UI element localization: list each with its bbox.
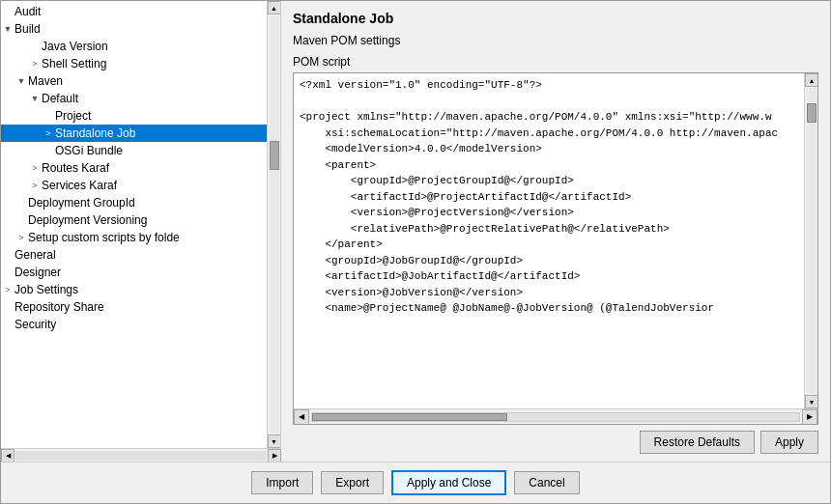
scroll-thumb[interactable] [270,141,279,170]
tree-item-services-karaf[interactable]: > Services Karaf [1,177,267,194]
tree-item-shell-setting[interactable]: > Shell Setting [1,55,267,72]
code-hscroll-right[interactable]: ▶ [802,409,817,425]
code-vscroll-track [807,88,817,394]
code-hscroll-left[interactable]: ◀ [294,409,309,425]
preferences-dialog: Audit ▼ Build Java Version > Shell Setti… [0,0,831,504]
scroll-up-btn[interactable]: ▲ [268,1,281,14]
left-hscrollbar[interactable]: ◀ ▶ [1,448,281,462]
panel-title: Standalone Job [293,11,818,26]
pom-script-label: POM script [293,55,818,69]
code-scroll-down[interactable]: ▼ [805,395,817,408]
left-hscroll-track [15,451,267,461]
tree-item-osgi-bundle[interactable]: OSGi Bundle [1,142,267,159]
code-editor[interactable]: <?xml version="1.0" encoding="UTF-8"?> <… [294,73,804,408]
code-area-container: <?xml version="1.0" encoding="UTF-8"?> <… [293,72,818,425]
tree-item-audit[interactable]: Audit [1,3,267,20]
left-scroll-right-btn[interactable]: ▶ [268,449,281,462]
code-scroll-up[interactable]: ▲ [805,73,817,87]
tree-item-label: Deployment GroupId [28,196,267,210]
tree-item-label: Audit [14,5,267,18]
tree-arrow: > [28,181,42,190]
dialog-body: Audit ▼ Build Java Version > Shell Setti… [1,1,830,462]
tree-arrow: ▼ [14,76,28,86]
tree-item-default[interactable]: ▼ Default [1,90,267,107]
tree-item-security[interactable]: Security [1,316,267,333]
code-hscroll-thumb[interactable] [312,413,507,421]
apply-button[interactable]: Apply [760,431,818,454]
tree-item-label: Shell Setting [42,57,267,70]
tree-item-java-version[interactable]: Java Version [1,38,267,55]
restore-defaults-button[interactable]: Restore Defaults [640,431,755,454]
tree-item-label: Standalone Job [55,126,267,140]
scroll-track [270,16,279,433]
tree-item-designer[interactable]: Designer [1,264,267,281]
maven-pom-label: Maven POM settings [293,34,818,47]
tree-arrow: > [14,233,28,242]
tree-item-label: Setup custom scripts by folde [28,231,267,244]
tree-arrow: > [28,163,42,173]
code-vscrollbar[interactable]: ▲ ▼ [804,73,817,408]
tree-item-deployment-groupid[interactable]: Deployment GroupId [1,194,267,211]
tree-item-label: OSGi Bundle [55,144,267,157]
tree-item-setup-custom-scripts[interactable]: > Setup custom scripts by folde [1,229,267,246]
tree-item-label: Services Karaf [42,179,267,192]
tree-item-label: Job Settings [14,283,267,296]
tree-arrow: > [42,128,55,138]
code-hscrollbar[interactable]: ◀ ▶ [294,408,817,424]
tree-panel: Audit ▼ Build Java Version > Shell Setti… [1,1,267,448]
left-scroll-left-btn[interactable]: ◀ [1,449,14,462]
tree-item-label: Deployment Versioning [28,213,267,227]
tree-item-standalone-job[interactable]: > Standalone Job [1,125,267,142]
tree-item-repository-share[interactable]: Repository Share [1,298,267,316]
tree-item-general[interactable]: General [1,246,267,264]
tree-item-job-settings[interactable]: > Job Settings [1,281,267,298]
code-vscroll-thumb[interactable] [807,103,817,123]
tree-arrow: > [1,285,14,294]
right-panel: Standalone Job Maven POM settings POM sc… [281,1,830,462]
tree-item-deployment-versioning[interactable]: Deployment Versioning [1,211,267,229]
scroll-down-btn[interactable]: ▼ [268,434,281,448]
left-vscrollbar[interactable]: ▲ ▼ [267,1,280,448]
tree-item-label: Build [14,22,267,36]
tree-item-label: General [14,248,267,262]
tree-item-label: Designer [14,266,267,279]
cancel-button[interactable]: Cancel [514,471,579,494]
tree-arrow: ▼ [28,94,42,103]
restore-apply-row: Restore Defaults Apply [293,431,818,454]
tree-item-label: Security [14,318,267,331]
export-button[interactable]: Export [321,471,384,494]
tree-item-label: Project [55,109,267,123]
apply-close-button[interactable]: Apply and Close [391,470,506,495]
tree-item-label: Routes Karaf [42,161,267,175]
tree-arrow: ▼ [1,24,14,34]
tree-item-build[interactable]: ▼ Build [1,20,267,38]
code-hscroll-track [311,412,800,422]
tree-item-label: Java Version [42,40,267,53]
tree-item-routes-karaf[interactable]: > Routes Karaf [1,159,267,177]
import-button[interactable]: Import [251,471,313,494]
tree-item-maven[interactable]: ▼ Maven [1,72,267,90]
tree-item-label: Repository Share [14,300,267,314]
bottom-bar: Import Export Apply and Close Cancel [1,462,830,503]
tree-item-label: Default [42,92,267,105]
tree-item-project[interactable]: Project [1,107,267,125]
tree-item-label: Maven [28,74,267,88]
tree-arrow: > [28,59,42,69]
